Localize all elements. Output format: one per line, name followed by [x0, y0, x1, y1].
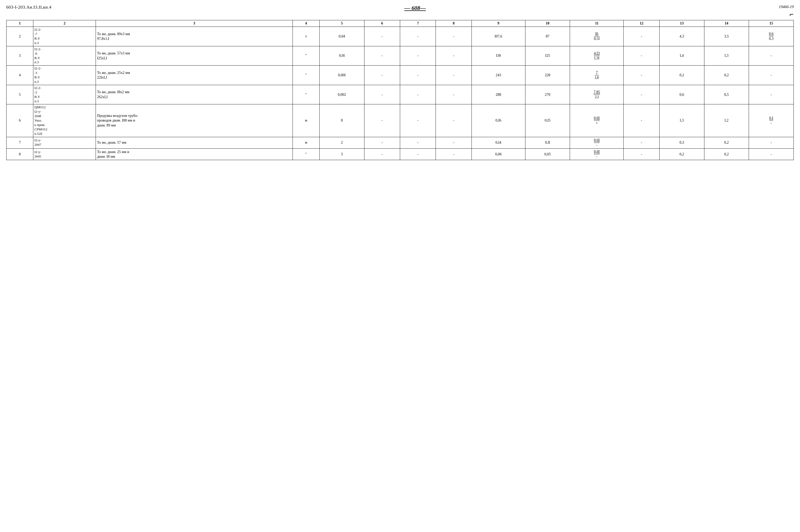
table-row: 3I2-2- -6 В.У. п.3То же, диам. 57х3 мм I…	[6, 46, 794, 65]
col-header-1: 1	[6, 20, 33, 27]
center-title: — 608—	[51, 5, 779, 12]
table-cell: "	[293, 85, 320, 104]
table-cell: 0,2	[659, 149, 704, 160]
table-cell-15: -	[749, 46, 794, 65]
table-row: 8I2-у- 2045То же, диам. 25 мм и диам. I8…	[6, 149, 794, 160]
table-cell: I2-2- -2 В.У. п.3	[33, 85, 96, 104]
table-cell-desc: То же, диам. I8х2 мм 262хI,I	[96, 85, 293, 104]
table-cell: 228	[525, 65, 570, 85]
table-cell: -	[624, 65, 659, 85]
table-cell: 5	[6, 85, 33, 104]
col-header-8: 8	[436, 20, 472, 27]
table-cell: "	[293, 149, 320, 160]
col-header-11: 11	[570, 20, 624, 27]
doc-title: 603-I-203.Ан.I3.II,кн.4	[6, 5, 51, 10]
table-cell: 3,5	[704, 27, 749, 46]
table-cell: 0,2	[704, 137, 749, 148]
col-header-13: 13	[659, 20, 704, 27]
table-cell-11: 0,0I-	[570, 137, 624, 148]
table-cell: 288	[472, 85, 525, 104]
table-cell: -	[364, 27, 400, 46]
col-header-3: 3	[96, 20, 293, 27]
table-cell: 270	[525, 85, 570, 104]
col-header-4: 4	[293, 20, 320, 27]
corner-bracket: ⌐	[789, 10, 794, 18]
table-cell: -	[624, 104, 659, 137]
table-cell: -	[400, 149, 436, 160]
table-cell: 2	[320, 137, 364, 148]
table-cell: 0,05	[525, 149, 570, 160]
table-cell-11: 7,852,I	[570, 85, 624, 104]
table-cell: м	[293, 104, 320, 137]
table-cell-15: -	[749, 137, 794, 148]
col-header-2: 2	[33, 20, 96, 27]
table-cell: I07,6	[472, 27, 525, 46]
table-cell: 8	[320, 104, 364, 137]
table-cell: 0,002	[320, 85, 364, 104]
table-row: 5I2-2- -2 В.У. п.3То же, диам. I8х2 мм 2…	[6, 85, 794, 104]
table-cell: -	[436, 104, 472, 137]
table-cell-15: 0,I-	[749, 104, 794, 137]
table-cell-11: I68,5I	[570, 27, 624, 46]
right-info: 19466-19 ⌐	[779, 5, 794, 18]
table-row: 4I2-2- -3 В.У. п.3То же, диам. 25х2 мм 2…	[6, 65, 794, 85]
table-cell: -	[364, 65, 400, 85]
table-cell: 0,II	[525, 137, 570, 148]
table-cell-desc: Продувка воздухом трубо- проводов диам. …	[96, 104, 293, 137]
table-cell: 0,04	[320, 27, 364, 46]
table-cell: I,3	[659, 104, 704, 137]
main-table: 1 2 3 4 5 6 7 8 9 10 11 12 13 14 15 2I2-…	[6, 20, 794, 160]
table-cell: I,2	[704, 104, 749, 137]
table-cell: 0,I5	[525, 104, 570, 137]
table-cell: 0,5	[704, 85, 749, 104]
table-cell: 0,00I	[320, 65, 364, 85]
table-cell-11: 0,0I-	[570, 149, 624, 160]
col-header-12: 12	[624, 20, 659, 27]
table-cell: м	[293, 137, 320, 148]
table-cell: -	[364, 149, 400, 160]
table-cell: -	[436, 46, 472, 65]
table-cell-15: -	[749, 65, 794, 85]
table-cell: ЦМО12 I2-у- 2048 Указ. к прим. СРМО12 п.…	[33, 104, 96, 137]
table-cell: -	[624, 137, 659, 148]
table-cell: 7	[6, 137, 33, 148]
table-header-row: 1 2 3 4 5 6 7 8 9 10 11 12 13 14 15	[6, 20, 794, 27]
table-cell: -	[400, 65, 436, 85]
table-cell-desc: То же, диам. 57 мм	[96, 137, 293, 148]
table-cell: I2-у- 2047	[33, 137, 96, 148]
table-cell-11: 0,0I+	[570, 104, 624, 137]
table-cell-desc: То же, диам. 57х3 мм I25хI,I	[96, 46, 293, 65]
table-cell: I2-2- -7 В.У. п.3	[33, 27, 96, 46]
table-cell: -	[400, 46, 436, 65]
table-cell-15: -	[749, 149, 794, 160]
table-cell-desc: То же, диам. 25 мм и диам. I8 мм	[96, 149, 293, 160]
col-header-14: 14	[704, 20, 749, 27]
table-cell: I38	[472, 46, 525, 65]
col-header-7: 7	[400, 20, 436, 27]
col-header-6: 6	[364, 20, 400, 27]
table-cell: 0,6	[659, 85, 704, 104]
table-cell: -	[624, 149, 659, 160]
table-cell: 0,06	[472, 149, 525, 160]
table-cell: -	[624, 27, 659, 46]
table-cell-11: 7I,8	[570, 65, 624, 85]
table-cell: 3	[6, 46, 33, 65]
col-header-10: 10	[525, 20, 570, 27]
table-cell: -	[364, 46, 400, 65]
table-cell-desc: То же, диам. 25х2 мм 22IхI,I	[96, 65, 293, 85]
table-cell: -	[436, 85, 472, 104]
col-header-9: 9	[472, 20, 525, 27]
table-row: 6ЦМО12 I2-у- 2048 Указ. к прим. СРМО12 п…	[6, 104, 794, 137]
right-code: 19466-19	[779, 5, 794, 9]
table-cell: -	[400, 27, 436, 46]
table-cell: -	[624, 46, 659, 65]
table-cell: I,4	[659, 46, 704, 65]
table-cell: -	[436, 27, 472, 46]
table-cell-11: 4,I3I,3I	[570, 46, 624, 65]
table-cell: I2-2- -3 В.У. п.3	[33, 65, 96, 85]
table-cell: -	[364, 104, 400, 137]
table-cell: 4	[6, 65, 33, 85]
table-row: 2I2-2- -7 В.У. п.3То же, диам. 89х3 мм 9…	[6, 27, 794, 46]
table-cell: 0,2	[704, 149, 749, 160]
table-cell: 2	[6, 27, 33, 46]
